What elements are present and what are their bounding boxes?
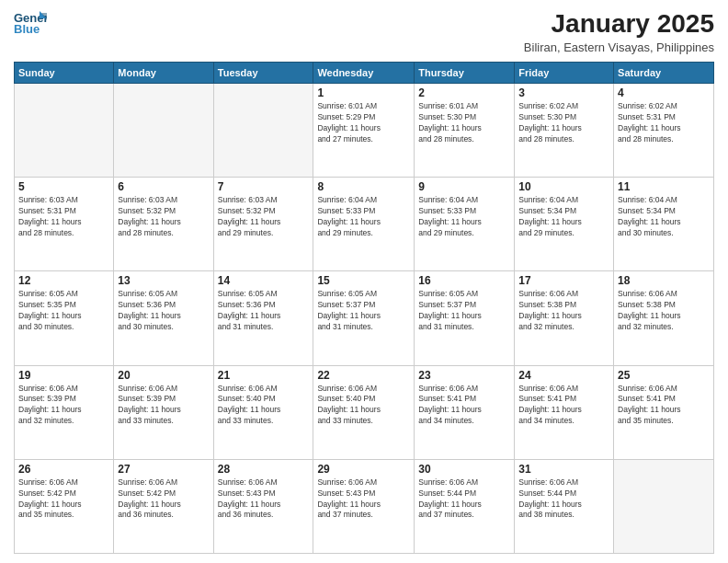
day-number: 10 bbox=[518, 180, 609, 193]
day-info: Sunrise: 6:04 AM Sunset: 5:33 PM Dayligh… bbox=[317, 195, 410, 239]
day-info: Sunrise: 6:06 AM Sunset: 5:39 PM Dayligh… bbox=[118, 384, 209, 428]
day-number: 19 bbox=[18, 369, 109, 382]
day-number: 9 bbox=[418, 180, 510, 193]
logo: General Blue bbox=[14, 9, 47, 35]
day-number: 5 bbox=[18, 180, 109, 193]
day-number: 21 bbox=[218, 369, 310, 382]
day-info: Sunrise: 6:06 AM Sunset: 5:39 PM Dayligh… bbox=[18, 384, 109, 428]
calendar-cell: 28Sunrise: 6:06 AM Sunset: 5:43 PM Dayli… bbox=[213, 459, 313, 553]
day-number: 12 bbox=[18, 274, 109, 287]
day-number: 27 bbox=[118, 463, 209, 476]
day-number: 18 bbox=[618, 274, 710, 287]
day-number: 8 bbox=[317, 180, 410, 193]
day-info: Sunrise: 6:06 AM Sunset: 5:43 PM Dayligh… bbox=[218, 477, 310, 522]
calendar-cell: 27Sunrise: 6:06 AM Sunset: 5:42 PM Dayli… bbox=[114, 459, 213, 553]
day-info: Sunrise: 6:04 AM Sunset: 5:34 PM Dayligh… bbox=[618, 195, 710, 239]
subtitle: Biliran, Eastern Visayas, Philippines bbox=[524, 40, 714, 54]
day-info: Sunrise: 6:05 AM Sunset: 5:35 PM Dayligh… bbox=[18, 289, 109, 333]
day-number: 29 bbox=[317, 463, 410, 476]
calendar-cell: 11Sunrise: 6:04 AM Sunset: 5:34 PM Dayli… bbox=[614, 178, 714, 271]
day-number: 28 bbox=[218, 463, 310, 476]
calendar-cell: 14Sunrise: 6:05 AM Sunset: 5:36 PM Dayli… bbox=[213, 271, 313, 365]
day-number: 31 bbox=[518, 463, 609, 476]
day-number: 17 bbox=[518, 274, 609, 287]
day-number: 22 bbox=[317, 369, 410, 382]
day-number: 16 bbox=[418, 274, 510, 287]
calendar-week-1: 1Sunrise: 6:01 AM Sunset: 5:29 PM Daylig… bbox=[15, 84, 714, 178]
calendar-week-3: 12Sunrise: 6:05 AM Sunset: 5:35 PM Dayli… bbox=[15, 271, 714, 365]
day-info: Sunrise: 6:04 AM Sunset: 5:34 PM Dayligh… bbox=[518, 195, 609, 239]
calendar-cell: 13Sunrise: 6:05 AM Sunset: 5:36 PM Dayli… bbox=[114, 271, 213, 365]
day-number: 23 bbox=[418, 369, 510, 382]
title-section: January 2025 Biliran, Eastern Visayas, P… bbox=[524, 9, 714, 54]
calendar-cell bbox=[614, 459, 714, 553]
day-number: 14 bbox=[218, 274, 310, 287]
calendar-cell: 12Sunrise: 6:05 AM Sunset: 5:35 PM Dayli… bbox=[15, 271, 114, 365]
day-info: Sunrise: 6:06 AM Sunset: 5:42 PM Dayligh… bbox=[18, 477, 109, 522]
calendar-cell: 1Sunrise: 6:01 AM Sunset: 5:29 PM Daylig… bbox=[313, 84, 415, 178]
day-number: 24 bbox=[518, 369, 609, 382]
day-number: 7 bbox=[218, 180, 310, 193]
calendar-week-2: 5Sunrise: 6:03 AM Sunset: 5:31 PM Daylig… bbox=[15, 178, 714, 271]
calendar-cell: 23Sunrise: 6:06 AM Sunset: 5:41 PM Dayli… bbox=[415, 365, 515, 459]
header: General Blue January 2025 Biliran, Easte… bbox=[14, 9, 714, 54]
day-info: Sunrise: 6:01 AM Sunset: 5:29 PM Dayligh… bbox=[317, 101, 410, 145]
header-row: Sunday Monday Tuesday Wednesday Thursday… bbox=[15, 63, 714, 84]
svg-text:Blue: Blue bbox=[14, 22, 40, 35]
col-friday: Friday bbox=[515, 63, 614, 84]
calendar-cell: 22Sunrise: 6:06 AM Sunset: 5:40 PM Dayli… bbox=[313, 365, 415, 459]
calendar-cell: 19Sunrise: 6:06 AM Sunset: 5:39 PM Dayli… bbox=[15, 365, 114, 459]
day-info: Sunrise: 6:06 AM Sunset: 5:44 PM Dayligh… bbox=[518, 477, 609, 522]
col-saturday: Saturday bbox=[614, 63, 714, 84]
day-info: Sunrise: 6:06 AM Sunset: 5:43 PM Dayligh… bbox=[317, 477, 410, 522]
page: General Blue January 2025 Biliran, Easte… bbox=[0, 0, 728, 563]
calendar-cell: 2Sunrise: 6:01 AM Sunset: 5:30 PM Daylig… bbox=[415, 84, 515, 178]
calendar-week-4: 19Sunrise: 6:06 AM Sunset: 5:39 PM Dayli… bbox=[15, 365, 714, 459]
calendar-week-5: 26Sunrise: 6:06 AM Sunset: 5:42 PM Dayli… bbox=[15, 459, 714, 553]
col-sunday: Sunday bbox=[15, 63, 114, 84]
day-info: Sunrise: 6:06 AM Sunset: 5:42 PM Dayligh… bbox=[118, 477, 209, 522]
col-monday: Monday bbox=[114, 63, 213, 84]
day-number: 13 bbox=[118, 274, 209, 287]
day-info: Sunrise: 6:05 AM Sunset: 5:36 PM Dayligh… bbox=[118, 289, 209, 333]
calendar-cell: 21Sunrise: 6:06 AM Sunset: 5:40 PM Dayli… bbox=[213, 365, 313, 459]
day-info: Sunrise: 6:05 AM Sunset: 5:36 PM Dayligh… bbox=[218, 289, 310, 333]
day-number: 6 bbox=[118, 180, 209, 193]
calendar-table: Sunday Monday Tuesday Wednesday Thursday… bbox=[14, 62, 714, 554]
day-number: 15 bbox=[317, 274, 410, 287]
calendar-header: Sunday Monday Tuesday Wednesday Thursday… bbox=[15, 63, 714, 84]
day-info: Sunrise: 6:06 AM Sunset: 5:41 PM Dayligh… bbox=[418, 384, 510, 428]
day-info: Sunrise: 6:02 AM Sunset: 5:30 PM Dayligh… bbox=[518, 101, 609, 145]
calendar-cell: 18Sunrise: 6:06 AM Sunset: 5:38 PM Dayli… bbox=[614, 271, 714, 365]
calendar-cell: 10Sunrise: 6:04 AM Sunset: 5:34 PM Dayli… bbox=[515, 178, 614, 271]
calendar-cell: 7Sunrise: 6:03 AM Sunset: 5:32 PM Daylig… bbox=[213, 178, 313, 271]
day-info: Sunrise: 6:04 AM Sunset: 5:33 PM Dayligh… bbox=[418, 195, 510, 239]
calendar-cell: 15Sunrise: 6:05 AM Sunset: 5:37 PM Dayli… bbox=[313, 271, 415, 365]
calendar-cell: 5Sunrise: 6:03 AM Sunset: 5:31 PM Daylig… bbox=[15, 178, 114, 271]
calendar-cell: 17Sunrise: 6:06 AM Sunset: 5:38 PM Dayli… bbox=[515, 271, 614, 365]
day-info: Sunrise: 6:06 AM Sunset: 5:40 PM Dayligh… bbox=[317, 384, 410, 428]
day-info: Sunrise: 6:05 AM Sunset: 5:37 PM Dayligh… bbox=[317, 289, 410, 333]
calendar-cell: 6Sunrise: 6:03 AM Sunset: 5:32 PM Daylig… bbox=[114, 178, 213, 271]
day-info: Sunrise: 6:03 AM Sunset: 5:32 PM Dayligh… bbox=[118, 195, 209, 239]
calendar-cell: 3Sunrise: 6:02 AM Sunset: 5:30 PM Daylig… bbox=[515, 84, 614, 178]
calendar-cell: 20Sunrise: 6:06 AM Sunset: 5:39 PM Dayli… bbox=[114, 365, 213, 459]
day-number: 26 bbox=[18, 463, 109, 476]
day-info: Sunrise: 6:06 AM Sunset: 5:41 PM Dayligh… bbox=[618, 384, 710, 428]
day-info: Sunrise: 6:02 AM Sunset: 5:31 PM Dayligh… bbox=[618, 101, 710, 145]
col-wednesday: Wednesday bbox=[313, 63, 415, 84]
calendar-cell: 29Sunrise: 6:06 AM Sunset: 5:43 PM Dayli… bbox=[313, 459, 415, 553]
col-thursday: Thursday bbox=[415, 63, 515, 84]
day-number: 25 bbox=[618, 369, 710, 382]
calendar-body: 1Sunrise: 6:01 AM Sunset: 5:29 PM Daylig… bbox=[15, 84, 714, 554]
day-info: Sunrise: 6:06 AM Sunset: 5:41 PM Dayligh… bbox=[518, 384, 609, 428]
main-title: January 2025 bbox=[524, 9, 714, 39]
calendar-cell bbox=[15, 84, 114, 178]
day-info: Sunrise: 6:06 AM Sunset: 5:44 PM Dayligh… bbox=[418, 477, 510, 522]
day-number: 4 bbox=[618, 86, 710, 99]
day-info: Sunrise: 6:06 AM Sunset: 5:38 PM Dayligh… bbox=[518, 289, 609, 333]
day-info: Sunrise: 6:03 AM Sunset: 5:32 PM Dayligh… bbox=[218, 195, 310, 239]
calendar-cell bbox=[114, 84, 213, 178]
day-number: 30 bbox=[418, 463, 510, 476]
col-tuesday: Tuesday bbox=[213, 63, 313, 84]
